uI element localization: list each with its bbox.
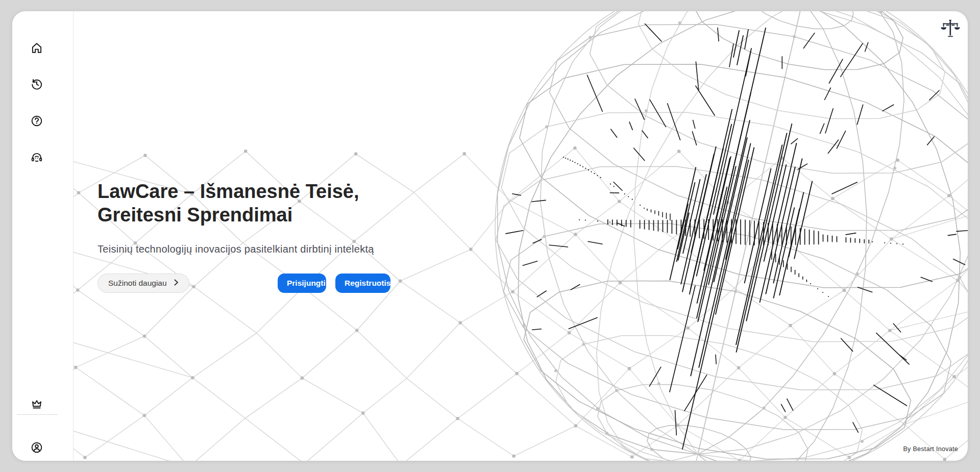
account-icon xyxy=(30,441,43,454)
scales-of-justice-icon xyxy=(939,17,962,40)
help-icon xyxy=(30,114,43,128)
learn-more-button[interactable]: Sužinoti daugiau xyxy=(97,274,189,293)
crown-icon xyxy=(30,398,43,411)
page-title: LawCare – Išmanesnė Teisė,Greitesni Spre… xyxy=(97,180,424,227)
wireframe-globe-and-mesh-graphic xyxy=(12,11,968,461)
sidebar-item-premium[interactable] xyxy=(26,393,48,415)
sidebar-item-history[interactable] xyxy=(26,73,48,95)
sidebar-item-support[interactable] xyxy=(26,146,48,169)
app-card: LawCare – Išmanesnė Teisė,Greitesni Spre… xyxy=(12,11,968,461)
cta-row: Sužinoti daugiau Prisijungti Registruoti… xyxy=(97,274,404,294)
history-icon xyxy=(30,78,43,91)
sidebar-item-account[interactable] xyxy=(26,436,48,459)
credit-text: By Bestart Inovate xyxy=(903,445,958,453)
home-icon xyxy=(30,41,43,55)
sidebar xyxy=(12,11,74,461)
chevron-right-icon xyxy=(174,279,179,288)
headset-icon xyxy=(30,151,43,164)
login-button[interactable]: Prisijungti xyxy=(278,274,326,293)
sidebar-item-help[interactable] xyxy=(26,110,48,132)
hero-subtitle: Teisinių technologijų inovacijos pasitel… xyxy=(97,243,455,255)
sidebar-item-home[interactable] xyxy=(26,37,48,59)
learn-more-label: Sužinoti daugiau xyxy=(108,279,167,288)
page-background: { "theme": { "accent_blue": "#1170e9", "… xyxy=(0,0,980,472)
sidebar-divider xyxy=(17,414,58,415)
register-button[interactable]: Registruotis xyxy=(335,274,390,293)
